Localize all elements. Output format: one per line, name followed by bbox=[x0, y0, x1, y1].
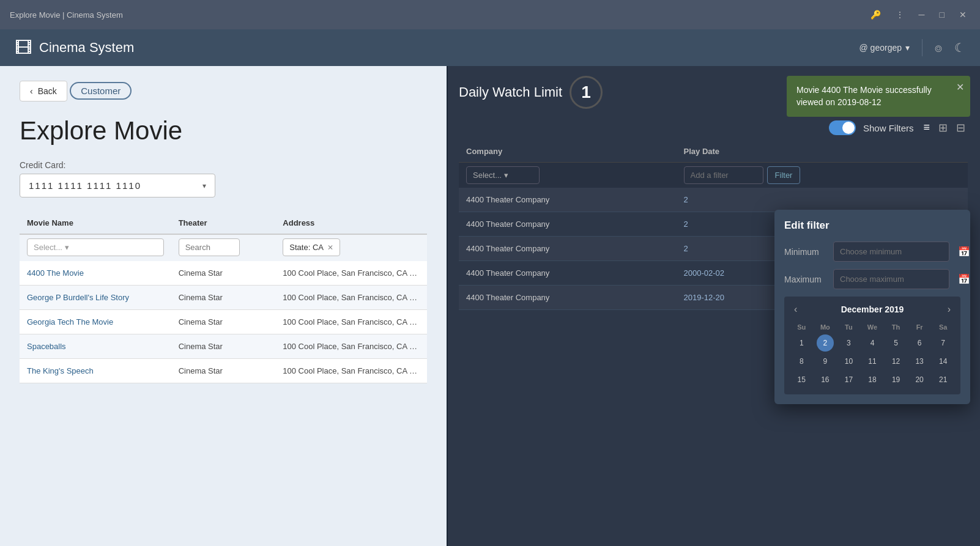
user-dropdown-icon: ▾ bbox=[905, 43, 910, 53]
theater-cell: Cinema Star bbox=[171, 261, 276, 286]
menu-icon[interactable]: ⋮ bbox=[892, 9, 908, 21]
left-panel: ‹ Back Customer Explore Movie Credit Car… bbox=[0, 66, 447, 546]
calendar-prev-button[interactable]: ‹ bbox=[790, 303, 801, 316]
maximum-date-input[interactable] bbox=[833, 269, 949, 289]
success-toast: Movie 4400 The Movie successfully viewed… bbox=[787, 76, 970, 117]
cal-day-15[interactable]: 15 bbox=[793, 371, 810, 388]
close-button[interactable]: ✕ bbox=[956, 9, 970, 21]
cal-day-6[interactable]: 6 bbox=[911, 334, 928, 352]
calendar-next-button[interactable]: › bbox=[944, 303, 954, 316]
maximum-filter-row: Maximum 📅 bbox=[784, 269, 960, 289]
cal-day-18[interactable]: 18 bbox=[864, 371, 881, 388]
calendar-grid: Su Mo Tu We Th Fr Sa 1 2 3 4 5 6 7 8 bbox=[790, 321, 954, 388]
title-bar-right: 🔑 ⋮ ─ □ ✕ bbox=[867, 9, 970, 21]
cal-day-9[interactable]: 9 bbox=[817, 353, 834, 370]
theater-cell: Cinema Star bbox=[171, 334, 276, 359]
play-date-cell: 2 bbox=[677, 188, 968, 212]
right-filter-playdate-cell: Filter bbox=[677, 163, 968, 188]
app-header: 🎞 Cinema System @ georgep ▾ ⌾ ☾ bbox=[0, 29, 980, 66]
cal-day-17[interactable]: 17 bbox=[840, 371, 857, 388]
main-layout: ‹ Back Customer Explore Movie Credit Car… bbox=[0, 66, 980, 546]
company-cell: 4400 Theater Company bbox=[459, 261, 677, 286]
cal-day-5[interactable]: 5 bbox=[888, 334, 905, 352]
cal-day-header-tu: Tu bbox=[837, 321, 860, 333]
watch-count-circle: 1 bbox=[570, 76, 603, 109]
watch-count-value: 1 bbox=[581, 83, 591, 102]
movie-name-cell: Georgia Tech The Movie bbox=[20, 310, 171, 334]
cal-day-8[interactable]: 8 bbox=[793, 353, 810, 370]
state-filter-close-icon[interactable]: ✕ bbox=[327, 243, 333, 252]
play-date-filter-input[interactable] bbox=[684, 166, 763, 184]
page-title: Explore Movie bbox=[20, 116, 427, 146]
movie-name-cell: George P Burdell's Life Story bbox=[20, 286, 171, 310]
cal-day-header-su: Su bbox=[790, 321, 813, 333]
filter-movie-name-cell: Select... ▾ bbox=[20, 234, 171, 261]
address-cell: 100 Cool Place, San Francisco, CA 94016 bbox=[275, 334, 427, 359]
cal-day-19[interactable]: 19 bbox=[888, 371, 905, 388]
minimum-date-input[interactable] bbox=[833, 242, 949, 262]
credit-card-label: Credit Card: bbox=[20, 160, 427, 170]
grid-view-icon[interactable]: ⊞ bbox=[936, 120, 950, 136]
maximum-calendar-button[interactable]: 📅 bbox=[956, 271, 973, 287]
company-filter-select[interactable]: Select... ▾ bbox=[466, 166, 540, 184]
show-filters-toggle[interactable] bbox=[829, 120, 856, 135]
cal-day-13[interactable]: 13 bbox=[911, 353, 928, 370]
credit-card-select[interactable]: 1111 1111 1111 1110 ▾ bbox=[20, 174, 215, 197]
back-button[interactable]: ‹ Back bbox=[20, 81, 67, 101]
theater-filter-input[interactable] bbox=[179, 238, 240, 256]
list-view-icon[interactable]: ≡ bbox=[921, 120, 932, 136]
back-chevron-icon: ‹ bbox=[30, 86, 33, 96]
col-header-company: Company bbox=[459, 141, 677, 163]
movie-name-filter-value: Select... bbox=[34, 243, 62, 252]
theater-cell: Cinema Star bbox=[171, 359, 276, 383]
cal-day-header-mo: Mo bbox=[814, 321, 837, 333]
minimize-button[interactable]: ─ bbox=[915, 9, 929, 21]
compact-view-icon[interactable]: ⊟ bbox=[954, 120, 968, 136]
github-icon[interactable]: ⌾ bbox=[935, 41, 942, 55]
filter-theater-cell bbox=[171, 234, 276, 261]
cal-day-12[interactable]: 12 bbox=[888, 353, 905, 370]
address-cell: 100 Cool Place, San Francisco, CA 94016 bbox=[275, 286, 427, 310]
table-row: 4400 The Movie Cinema Star 100 Cool Plac… bbox=[20, 261, 427, 286]
cal-day-1[interactable]: 1 bbox=[793, 334, 810, 352]
movie-name-filter-select[interactable]: Select... ▾ bbox=[27, 238, 164, 256]
cal-day-11[interactable]: 11 bbox=[864, 353, 881, 370]
cal-day-21[interactable]: 21 bbox=[935, 371, 952, 388]
app-title-group: 🎞 Cinema System bbox=[15, 38, 134, 58]
theme-toggle-icon[interactable]: ☾ bbox=[954, 40, 965, 55]
table-row: George P Burdell's Life Story Cinema Sta… bbox=[20, 286, 427, 310]
edit-filter-title: Edit filter bbox=[784, 220, 960, 232]
show-filters-label: Show Filters bbox=[863, 123, 914, 133]
play-date-filter-button[interactable]: Filter bbox=[767, 166, 801, 184]
cal-day-3[interactable]: 3 bbox=[840, 334, 857, 352]
cal-day-4[interactable]: 4 bbox=[864, 334, 881, 352]
maximize-button[interactable]: □ bbox=[936, 9, 948, 21]
right-filter-row: Select... ▾ Filter bbox=[459, 163, 968, 188]
cal-day-16[interactable]: 16 bbox=[817, 371, 834, 388]
title-bar-title: Explore Movie | Cinema System bbox=[10, 10, 123, 20]
cal-day-14[interactable]: 14 bbox=[935, 353, 952, 370]
cal-day-2[interactable]: 2 bbox=[817, 334, 834, 352]
calendar-header: ‹ December 2019 › bbox=[790, 303, 954, 316]
cal-day-7[interactable]: 7 bbox=[935, 334, 952, 352]
film-icon: 🎞 bbox=[15, 38, 32, 58]
credit-card-value: 1111 1111 1111 1110 bbox=[29, 180, 141, 191]
minimum-calendar-button[interactable]: 📅 bbox=[956, 243, 973, 260]
cal-day-20[interactable]: 20 bbox=[911, 371, 928, 388]
edit-filter-popup: Edit filter Minimum 📅 Maximum 📅 ‹ bbox=[774, 210, 970, 404]
app-title-text: Cinema System bbox=[39, 40, 134, 56]
user-info[interactable]: @ georgep ▾ bbox=[859, 43, 910, 53]
toast-message: Movie 4400 The Movie successfully viewed… bbox=[796, 85, 932, 107]
company-cell: 4400 Theater Company bbox=[459, 286, 677, 310]
state-filter-text: State: CA bbox=[289, 243, 324, 252]
title-bar: Explore Movie | Cinema System 🔑 ⋮ ─ □ ✕ bbox=[0, 0, 980, 29]
address-cell: 100 Cool Place, San Francisco, CA 94016 bbox=[275, 359, 427, 383]
theater-cell: Cinema Star bbox=[171, 310, 276, 334]
cal-day-10[interactable]: 10 bbox=[840, 353, 857, 370]
toast-close-button[interactable]: ✕ bbox=[956, 81, 964, 94]
panel-divider bbox=[447, 66, 448, 546]
movie-name-cell: Spaceballs bbox=[20, 334, 171, 359]
filter-address-cell: State: CA ✕ bbox=[275, 234, 427, 261]
title-bar-left: Explore Movie | Cinema System bbox=[10, 10, 123, 20]
company-cell: 4400 Theater Company bbox=[459, 212, 677, 237]
